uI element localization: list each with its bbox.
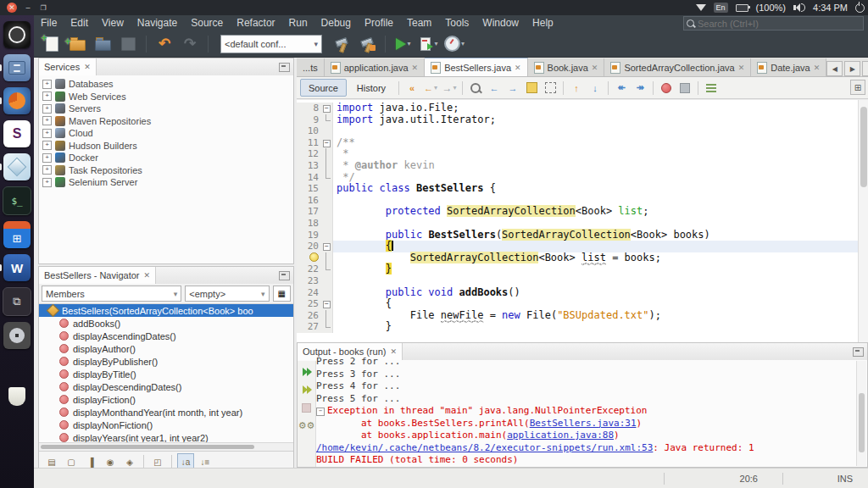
code-line-25[interactable]: 25− { bbox=[297, 298, 858, 310]
fold-gutter[interactable] bbox=[321, 218, 333, 230]
wifi-icon[interactable] bbox=[696, 4, 706, 11]
editor-tab-bookjava[interactable]: Book.java✕ bbox=[528, 58, 605, 76]
config-combo[interactable]: <default conf...▾ bbox=[220, 35, 322, 53]
close-icon[interactable]: ✕ bbox=[390, 347, 397, 356]
fold-collapse-icon[interactable]: − bbox=[323, 301, 331, 308]
save-all-button[interactable] bbox=[117, 33, 139, 55]
netbeans-icon[interactable] bbox=[3, 153, 31, 180]
code-text[interactable]: import java.io.File; bbox=[333, 103, 858, 114]
find-previous-occurrence-icon[interactable]: ← bbox=[486, 80, 503, 96]
services-tab[interactable]: Services ✕ bbox=[39, 58, 97, 75]
find-next-occurrence-icon[interactable]: → bbox=[504, 80, 521, 96]
fold-gutter[interactable] bbox=[321, 252, 333, 264]
fold-collapse-icon[interactable]: − bbox=[323, 140, 331, 147]
close-icon[interactable]: ✕ bbox=[84, 63, 91, 71]
window-minimize-button[interactable]: – bbox=[23, 3, 33, 13]
code-line-24[interactable]: 24 public void addBooks() bbox=[297, 287, 858, 299]
stop-macro-recording-icon[interactable] bbox=[676, 80, 693, 96]
search-input[interactable] bbox=[696, 18, 848, 30]
minimize-panel-icon[interactable] bbox=[279, 63, 290, 72]
menu-window[interactable]: Window bbox=[476, 15, 526, 30]
members-combo[interactable]: Members▾ bbox=[42, 286, 181, 302]
code-text[interactable]: public class BestSellers { bbox=[333, 183, 858, 195]
output-vertical-scrollbar[interactable] bbox=[856, 361, 866, 466]
menu-profile[interactable]: Profile bbox=[358, 15, 400, 30]
navigator-member[interactable]: displayNonFiction() bbox=[39, 419, 293, 431]
navigator-member[interactable]: displayDescendingDates() bbox=[39, 380, 293, 393]
code-line-26[interactable]: 26 File newFile = new File("BSUpdated.tx… bbox=[297, 310, 858, 322]
menu-refactor[interactable]: Refactor bbox=[230, 15, 281, 30]
editor-tab-applicationjava[interactable]: application.java✕ bbox=[325, 58, 425, 76]
services-item-web-services[interactable]: +Web Services bbox=[42, 91, 293, 103]
split-editor-icon[interactable]: ⊞ bbox=[850, 80, 865, 95]
services-item-maven-repositories[interactable]: +Maven Repositories bbox=[42, 115, 293, 128]
terminal-icon[interactable]: $_ bbox=[3, 186, 31, 215]
menu-team[interactable]: Team bbox=[400, 15, 438, 30]
code-line-22[interactable]: 22 } bbox=[297, 263, 858, 275]
scope-combo[interactable]: <empty>▾ bbox=[185, 286, 269, 302]
rerun-button[interactable] bbox=[300, 366, 313, 378]
record-macro-icon[interactable] bbox=[658, 80, 675, 96]
expand-icon[interactable]: + bbox=[42, 178, 52, 187]
editor-tab-bestsellersjava[interactable]: BestSellers.java✕ bbox=[425, 58, 527, 76]
code-text[interactable]: SortedArrayCollection<Book> list = books… bbox=[333, 252, 858, 264]
services-item-cloud[interactable]: +Cloud bbox=[42, 127, 293, 140]
insert-mode-indicator[interactable]: INS bbox=[837, 474, 853, 484]
quick-search[interactable] bbox=[683, 16, 864, 30]
code-text[interactable]: public void addBooks() bbox=[333, 287, 858, 299]
navigator-member[interactable]: displayAscendingDates() bbox=[39, 330, 293, 342]
power-icon[interactable] bbox=[855, 3, 865, 13]
code-line-27[interactable]: 27 } bbox=[297, 321, 858, 333]
code-line-9[interactable]: 9import java.util.Iterator; bbox=[297, 114, 858, 126]
minimize-panel-icon[interactable] bbox=[853, 347, 864, 357]
expand-icon[interactable]: + bbox=[42, 92, 52, 101]
fold-gutter[interactable]: − bbox=[321, 103, 333, 114]
code-line-20[interactable]: 20− { bbox=[297, 241, 858, 252]
close-icon[interactable]: ✕ bbox=[515, 64, 521, 72]
clean-and-build-project-button[interactable] bbox=[356, 33, 378, 55]
fold-gutter[interactable] bbox=[321, 183, 333, 195]
fold-gutter[interactable]: − bbox=[321, 137, 333, 149]
menu-tools[interactable]: Tools bbox=[438, 15, 476, 30]
code-line-21[interactable]: SortedArrayCollection<Book> list = books… bbox=[297, 252, 858, 264]
menu-source[interactable]: Source bbox=[184, 15, 230, 30]
code-line-12[interactable]: 12 * bbox=[297, 148, 858, 160]
navigator-member[interactable]: displayFiction() bbox=[39, 393, 293, 406]
scroll-tabs-right-icon[interactable]: ▶ bbox=[844, 61, 860, 76]
fold-gutter[interactable]: − bbox=[321, 241, 333, 252]
code-text[interactable]: import java.util.Iterator; bbox=[333, 114, 858, 126]
redo-button[interactable]: ↷ bbox=[179, 33, 201, 55]
menu-help[interactable]: Help bbox=[526, 15, 560, 30]
debug-project-button[interactable]: ▾ bbox=[418, 33, 440, 55]
editor-tab-ts[interactable]: ...ts bbox=[297, 58, 325, 76]
editor-tab-datejava[interactable]: Date.java✕ bbox=[751, 58, 826, 76]
toggle-highlight-search-icon[interactable] bbox=[523, 80, 540, 96]
window-restore-button[interactable]: ❐ bbox=[38, 3, 48, 13]
navigator-member[interactable]: displayByTitle() bbox=[39, 368, 293, 380]
word-processor-icon[interactable]: W bbox=[3, 254, 31, 281]
move-line-down-icon[interactable]: ↓ bbox=[587, 80, 604, 96]
window-close-button[interactable]: ✕ bbox=[7, 3, 17, 13]
navigator-horizontal-scrollbar[interactable] bbox=[39, 442, 293, 451]
fold-gutter[interactable] bbox=[321, 230, 333, 241]
previous-bookmark-icon[interactable]: ↞ bbox=[613, 80, 630, 96]
build-project-button[interactable] bbox=[331, 33, 353, 55]
code-text[interactable]: { bbox=[333, 298, 858, 310]
editor-vertical-scrollbar[interactable] bbox=[858, 100, 868, 342]
ubuntu-software-icon[interactable]: ⊞ bbox=[3, 221, 31, 248]
tab-list-icon[interactable]: ▼ bbox=[862, 61, 868, 76]
fold-gutter[interactable] bbox=[321, 172, 333, 184]
last-edit-location-icon[interactable]: « bbox=[403, 80, 420, 96]
navigator-member[interactable]: displayAuthor() bbox=[39, 342, 293, 355]
code-text[interactable] bbox=[333, 275, 858, 287]
code-text[interactable]: } bbox=[333, 321, 858, 333]
expand-icon[interactable]: + bbox=[42, 129, 52, 138]
code-text[interactable]: public BestSellers(SortedArrayCollection… bbox=[333, 230, 858, 241]
fold-gutter[interactable] bbox=[321, 125, 333, 137]
stop-button[interactable] bbox=[300, 402, 313, 413]
new-file-button[interactable]: + bbox=[41, 33, 63, 55]
close-icon[interactable]: ✕ bbox=[592, 64, 598, 72]
code-text[interactable]: */ bbox=[333, 172, 858, 184]
fold-gutter[interactable] bbox=[321, 148, 333, 160]
fold-gutter[interactable] bbox=[321, 287, 333, 299]
